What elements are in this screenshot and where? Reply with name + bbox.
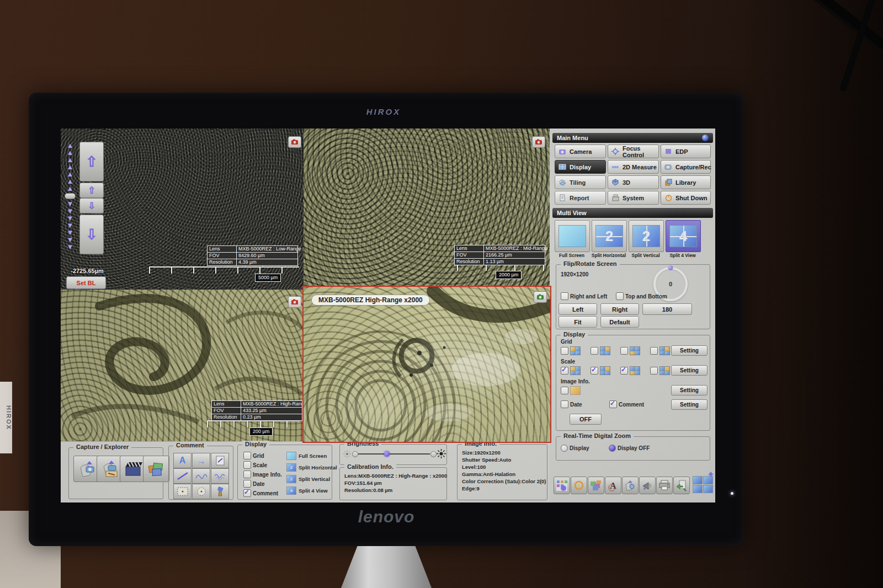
capture-camera-button[interactable] [288,136,301,148]
viewport-x2000-selected[interactable]: MXB-5000REZ High-Range x2000 [302,286,551,443]
menu-camera-button[interactable]: Camera [555,145,606,158]
z-slider-thumb[interactable] [65,193,76,199]
gallery-button[interactable] [588,477,604,494]
stage-up-button[interactable]: ⇧ [79,183,104,198]
default-button[interactable]: Default [600,316,639,328]
brightness-track[interactable] [358,453,430,455]
grid-option-4[interactable] [650,346,670,355]
image-info-checkbox[interactable] [561,387,568,394]
thumbnail-grid-button[interactable] [554,477,570,494]
comment-note-button[interactable] [211,453,229,468]
export-button[interactable] [673,477,690,494]
menu-library-button[interactable]: Library [661,175,711,189]
preset-tile[interactable] [693,476,703,484]
scale-checkbox-2[interactable] [591,367,598,375]
right-and-left-checkbox[interactable] [561,292,568,300]
viewport-high-range[interactable]: LensMXB-5000REZ : High-Range : x700 FOV4… [61,290,304,441]
grid-checkbox-3[interactable] [620,347,628,355]
scale-checkbox-3[interactable] [620,367,628,375]
menu-edp-button[interactable]: EDP [661,145,711,158]
fit-button[interactable]: Fit [558,316,597,328]
preset-tile[interactable] [703,476,713,484]
menu-tiling-button[interactable]: Tiling [555,175,606,189]
date-checkbox[interactable] [243,480,251,488]
menu-2d-measure-button[interactable]: 2D Measure [608,160,659,174]
grid-checkbox-4[interactable] [650,347,658,355]
image-info-option[interactable] [561,386,581,395]
comment-checkbox[interactable] [609,400,617,408]
scale-option-2[interactable] [591,366,610,375]
dial-knob[interactable] [668,265,673,270]
preset-tile[interactable] [703,485,713,493]
stage-down-fast-button[interactable]: ⇩ [79,215,104,254]
stage-down-button[interactable]: ⇩ [79,198,104,213]
right-left-check-row[interactable]: Right and Left [561,292,607,300]
rotate-right-button[interactable]: Right [600,303,639,315]
viewport-low-range[interactable]: ▲▲▲▲▲▲▲ ▼▼▼▼▼▼▼ ⇧ ⇧ ⇩ ⇩ -2725.65µm Set B… [61,129,304,290]
grid-checkbox-2[interactable] [591,347,598,355]
display-radio[interactable] [561,445,568,452]
comment-check-row[interactable]: Comment [243,489,278,497]
comment-circle-button[interactable] [192,484,210,499]
comment-wave-button[interactable] [211,468,229,484]
menu-3d-button[interactable]: 3D [608,175,659,189]
capture-camera-button[interactable] [288,296,301,308]
menu-shut-down-button[interactable]: Shut Down [661,191,711,205]
scale-check-row[interactable]: Scale [243,461,267,469]
scale-checkbox[interactable] [243,461,251,469]
top-bottom-check-row[interactable]: Top and Bottom [616,292,667,300]
comment-freehand-button[interactable] [192,468,210,484]
image-info-check-row[interactable]: Image Info. [243,471,282,478]
image-info-setting-button[interactable]: Setting [671,385,708,395]
digital-zoom-display-option[interactable]: Display [561,445,589,452]
brightness-thumb[interactable] [384,451,390,457]
rotate-180-button[interactable]: 180 [642,303,692,315]
record-movie-button[interactable] [120,456,146,482]
capture-camera-button[interactable] [534,291,547,303]
full-screen-view-button[interactable] [286,452,296,460]
split-4-view-button[interactable]: 4 [286,487,296,495]
date-checkbox[interactable] [561,400,568,408]
scale-option-4[interactable] [650,366,670,375]
capture-image-button[interactable] [73,456,100,482]
menu-capture-rec-button[interactable]: Capture/Rec [661,160,711,174]
comment-line-button[interactable] [173,468,192,484]
print-button[interactable] [656,477,673,494]
scale-checkbox-4[interactable] [650,367,658,375]
comment-eraser-button[interactable] [211,484,229,499]
scale-option-1[interactable] [561,366,581,375]
z-axis-slider[interactable]: ▲▲▲▲▲▲▲ ▼▼▼▼▼▼▼ [64,142,76,250]
split-horizontal-tile[interactable]: 2 [592,220,627,252]
rotate-left-button[interactable]: Left [558,303,597,315]
scale-option-3[interactable] [620,366,640,375]
grid-setting-button[interactable]: Setting [671,345,708,356]
off-button[interactable]: OFF [570,414,602,425]
capture-camera-button[interactable] [532,136,545,148]
text-annotation-button[interactable]: A [605,477,621,494]
capture-save-button[interactable] [97,456,123,482]
comment-option[interactable]: Comment [609,400,644,408]
scale-setting-button[interactable]: Setting [671,365,708,376]
announce-button[interactable] [639,477,656,494]
split-vertical-view-button[interactable]: 2 [286,475,296,483]
grid-option-3[interactable] [620,346,640,355]
stage-up-fast-button[interactable]: ⇧ [79,142,104,181]
grid-checkbox-1[interactable] [561,347,568,355]
grid-option-2[interactable] [591,346,610,355]
menu-focus-control-button[interactable]: Focus Control [608,145,659,158]
set-bl-button[interactable]: Set BL [66,276,106,289]
menu-system-button[interactable]: System [608,191,659,205]
full-screen-tile[interactable] [555,220,590,252]
split-4-view-tile-selected[interactable]: 4 [666,220,701,252]
split-vertical-tile[interactable]: 2 [629,220,664,252]
date-check-row[interactable]: Date [243,480,265,488]
comment-text-button[interactable]: A [173,453,192,468]
comment-checkbox[interactable] [243,489,251,497]
display-off-radio-selected[interactable] [609,445,616,452]
comment-setting-button[interactable]: Setting [671,399,708,410]
scale-checkbox-1[interactable] [561,367,568,375]
brightness-decrease-button[interactable] [352,451,358,457]
lamp-button[interactable] [571,477,587,494]
info-sphere-icon[interactable] [702,135,709,141]
menu-report-button[interactable]: Report [555,191,606,205]
